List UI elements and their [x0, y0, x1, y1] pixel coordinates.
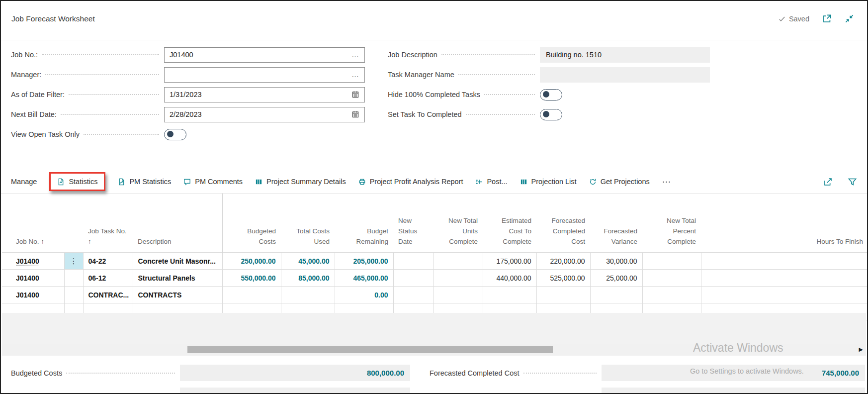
grid-cell[interactable]	[281, 287, 335, 303]
scrollbar-thumb[interactable]	[187, 346, 553, 353]
toolbar-item-label: Project Summary Details	[266, 178, 346, 186]
grid-cell[interactable]	[433, 287, 483, 303]
grid-cell[interactable]: CONTRACTS	[133, 287, 222, 303]
grid-cell[interactable]	[590, 287, 642, 303]
grid-cell[interactable]: 205,000.00	[335, 253, 393, 270]
toolbar-item-statistics[interactable]: Statistics	[49, 172, 105, 191]
column-header-estimated[interactable]: Estimated Cost To Complete	[483, 194, 536, 253]
grid-cell[interactable]: Concrete Unit Masonr...	[133, 253, 222, 270]
dotted-leader	[441, 54, 535, 55]
column-header-description[interactable]: Description	[133, 194, 222, 253]
more-options-icon[interactable]: ⋯	[662, 177, 672, 187]
calendar-icon[interactable]	[351, 110, 359, 118]
scroll-right-arrow-icon[interactable]: ▶	[859, 346, 863, 353]
toolbar-item-manage[interactable]: Manage	[11, 178, 37, 186]
toolbar-item-label: Projection List	[531, 178, 577, 186]
check-icon	[779, 15, 785, 22]
next-bill-date-input[interactable]: 2/28/2023	[164, 107, 365, 122]
view-open-task-only-toggle[interactable]	[164, 129, 186, 140]
forecasted-completed-cost-total-value: 745,000.00	[822, 369, 859, 377]
share-icon[interactable]	[823, 177, 833, 187]
grid-cell[interactable]: 550,000.00	[222, 270, 281, 287]
grid-cell[interactable]	[393, 287, 433, 303]
grid-cell[interactable]	[393, 270, 433, 287]
grid-cell[interactable]	[433, 253, 483, 270]
open-in-new-window-icon[interactable]	[822, 14, 832, 23]
grid-cell[interactable]	[701, 287, 868, 303]
grid-cell[interactable]: 85,000.00	[281, 270, 335, 287]
set-task-to-completed-toggle[interactable]	[540, 109, 562, 120]
hide-100-completed-tasks-toggle[interactable]	[540, 89, 562, 100]
grid-cell[interactable]: 0.00	[335, 287, 393, 303]
grid-cell[interactable]	[701, 270, 868, 287]
grid-cell[interactable]	[222, 287, 281, 303]
toolbar-item-pm-comments[interactable]: PM Comments	[183, 178, 243, 186]
job-no-lookup-button[interactable]: …	[351, 52, 359, 57]
as-of-date-filter-input[interactable]: 1/31/2023	[164, 87, 365, 102]
filter-icon[interactable]	[848, 177, 857, 187]
grid-cell[interactable]: 06-12	[83, 270, 133, 287]
toolbar-item-post[interactable]: Post...	[475, 178, 507, 186]
grid-cell[interactable]: 440,000.00	[483, 270, 536, 287]
horizontal-scrollbar[interactable]: ▶	[2, 344, 866, 356]
grid-cell[interactable]	[433, 270, 483, 287]
grid-cell[interactable]	[642, 253, 701, 270]
column-header-forecasted[interactable]: Forecasted Completed Cost	[536, 194, 590, 253]
grid-cell[interactable]: 30,000.00	[590, 253, 642, 270]
field-row-task-manager-name: Task Manager Name	[388, 65, 710, 85]
grid-cell[interactable]: J01400	[2, 253, 64, 270]
grid-cell[interactable]: 250,000.00	[222, 253, 281, 270]
column-header-budgeted[interactable]: Budgeted Costs	[222, 194, 281, 253]
column-header-job-task-no[interactable]: Job Task No. ↑	[83, 194, 133, 253]
grid-cell[interactable]: 525,000.00	[536, 270, 590, 287]
toolbar-item-pm-statistics[interactable]: PM Statistics	[118, 178, 171, 186]
grid-cell[interactable]	[64, 287, 83, 303]
column-header-budget[interactable]: Budget Remaining	[335, 194, 393, 253]
dotted-leader	[458, 74, 535, 75]
column-header-hours-to-finish[interactable]: Hours To Finish	[701, 194, 868, 253]
form-right-column: Job DescriptionBuilding no. 1510Task Man…	[388, 45, 710, 124]
toolbar-item-get-projections[interactable]: Get Projections	[589, 178, 650, 186]
grid-cell[interactable]	[393, 253, 433, 270]
grid-cell[interactable]: 45,000.00	[281, 253, 335, 270]
calendar-icon[interactable]	[351, 91, 359, 98]
grid-cell[interactable]	[536, 287, 590, 303]
column-header-job-no[interactable]: Job No. ↑	[2, 194, 64, 253]
column-header-new[interactable]: New Status Date	[393, 194, 433, 253]
job-no-value: J01400	[170, 51, 193, 59]
saved-status: Saved	[779, 15, 809, 23]
view-open-task-only-label: View Open Task Only	[11, 130, 80, 138]
grid-cell[interactable]: CONTRAC...	[83, 287, 133, 303]
toolbar-item-project-profit-analysis-report[interactable]: Project Profit Analysis Report	[358, 178, 463, 186]
grid-cell[interactable]: J01400	[2, 287, 64, 303]
table-row: J01400CONTRAC...CONTRACTS0.00	[2, 287, 868, 303]
grid-cell[interactable]: J01400	[2, 270, 64, 287]
row-options-icon[interactable]: ⋮	[64, 253, 83, 270]
toolbar-item-projection-list[interactable]: Projection List	[520, 178, 577, 186]
column-header-new-total[interactable]: New Total Percent Complete	[642, 194, 701, 253]
action-toolbar: ManageStatisticsPM StatisticsPM Comments…	[1, 170, 867, 193]
grid-cell[interactable]	[483, 287, 536, 303]
grid-cell[interactable]	[701, 253, 868, 270]
column-header-row-menu[interactable]	[64, 194, 83, 253]
grid-cell[interactable]: Structural Panels	[133, 270, 222, 287]
table-row: J01400⋮04-22Concrete Unit Masonr...250,0…	[2, 253, 868, 270]
partial-field-box	[602, 388, 865, 394]
grid-cell[interactable]: 220,000.00	[536, 253, 590, 270]
grid-cell[interactable]: 175,000.00	[483, 253, 536, 270]
job-forecast-grid: Job No. ↑Job Task No. ↑DescriptionBudget…	[2, 194, 868, 320]
column-header-total-costs[interactable]: Total Costs Used	[281, 194, 335, 253]
grid-cell[interactable]: 465,000.00	[335, 270, 393, 287]
column-header-new-total[interactable]: New Total Units Complete	[433, 194, 483, 253]
grid-cell[interactable]: 04-22	[83, 253, 133, 270]
job-no-input[interactable]: J01400…	[164, 47, 365, 63]
collapse-header-icon[interactable]	[845, 14, 854, 23]
grid-cell[interactable]: 25,000.00	[590, 270, 642, 287]
manager-lookup-button[interactable]: …	[351, 72, 359, 77]
column-header-forecasted[interactable]: Forecasted Variance	[590, 194, 642, 253]
toolbar-item-project-summary-details[interactable]: Project Summary Details	[255, 178, 346, 186]
grid-cell[interactable]	[642, 287, 701, 303]
manager-input[interactable]: …	[164, 67, 365, 83]
grid-cell[interactable]	[64, 270, 83, 287]
grid-cell[interactable]	[642, 270, 701, 287]
